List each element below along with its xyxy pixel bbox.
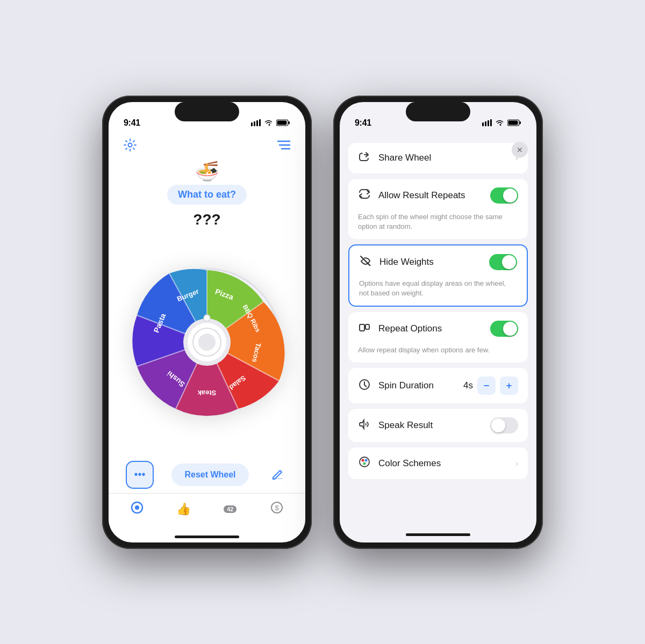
allow-repeats-toggle[interactable] (490, 187, 518, 204)
spinner-header: 🍜 What to eat? (109, 156, 305, 207)
wifi-icon-2 (495, 119, 504, 128)
status-time-1: 9:41 (124, 118, 140, 128)
phones-container: 9:41 (102, 96, 543, 549)
what-to-eat-bubble: What to eat? (167, 185, 247, 205)
menu-icon[interactable] (275, 136, 292, 154)
battery-icon-2 (507, 119, 521, 128)
spin-duration-icon (358, 379, 371, 393)
share-wheel-row[interactable]: Share Wheel › (348, 143, 528, 173)
tab-count-badge: 42 (224, 505, 236, 513)
svg-rect-2 (256, 120, 258, 126)
home-bar-1 (175, 536, 239, 538)
dynamic-island-1 (175, 102, 239, 121)
question-marks: ??? (109, 211, 305, 228)
tab-thumb[interactable]: 👍 (161, 502, 207, 516)
svg-text:$: $ (275, 504, 279, 512)
hide-weights-thumb (502, 255, 516, 269)
repeat-options-card: Repeat Options Allow repeat display when… (348, 312, 528, 363)
hide-weights-row: Hide Weights (349, 245, 527, 279)
allow-repeats-thumb (503, 189, 517, 202)
bottom-toolbar: ••• Reset Wheel (109, 454, 305, 493)
svg-rect-45 (508, 120, 518, 125)
phone-1: 9:41 (102, 96, 312, 549)
spin-duration-plus[interactable]: + (500, 377, 518, 395)
tab-dollar[interactable]: $ (254, 501, 300, 517)
settings-sheet: ✕ Share Wheel › (340, 134, 536, 532)
hide-weights-desc: Options have equal display areas on the … (349, 279, 527, 306)
battery-icon-1 (276, 119, 290, 128)
svg-rect-44 (520, 121, 521, 124)
share-wheel-label: Share Wheel (378, 153, 508, 163)
reset-wheel-button[interactable]: Reset Wheel (171, 464, 248, 486)
status-icons-1 (251, 119, 290, 128)
spin-duration-minus[interactable]: − (477, 377, 496, 395)
phone-2: 9:41 ✕ (333, 96, 543, 549)
svg-rect-6 (277, 120, 287, 125)
status-icons-2 (482, 119, 521, 128)
food-emoji: 🍜 (195, 160, 219, 183)
edit-button[interactable] (267, 464, 288, 486)
allow-repeats-row: Allow Result Repeats (348, 179, 528, 212)
phone1-content: 🍜 What to eat? ??? (109, 132, 305, 542)
repeat-options-icon (358, 322, 371, 336)
tab-count[interactable]: 42 (207, 505, 254, 513)
speak-result-icon (358, 418, 371, 433)
home-indicator-1 (109, 532, 305, 542)
svg-point-7 (128, 143, 132, 147)
svg-rect-3 (259, 119, 261, 126)
speak-result-toggle[interactable] (490, 417, 518, 433)
tab-spin-icon (130, 501, 144, 518)
svg-rect-40 (485, 121, 486, 126)
dots-button[interactable]: ••• (126, 461, 154, 489)
color-schemes-row[interactable]: Color Schemes › (348, 447, 528, 479)
svg-rect-5 (289, 121, 290, 124)
repeat-options-toggle[interactable] (490, 321, 518, 337)
svg-point-52 (365, 459, 368, 462)
speak-result-card: Speak Result (348, 409, 528, 442)
svg-point-33 (204, 315, 210, 321)
home-indicator-2 (340, 532, 536, 542)
speak-result-label: Speak Result (378, 420, 483, 431)
spin-duration-label: Spin Duration (378, 380, 456, 391)
hide-weights-icon (359, 255, 372, 269)
color-schemes-icon (358, 456, 371, 471)
svg-point-50 (360, 457, 369, 467)
tab-spin[interactable] (114, 501, 161, 518)
wifi-icon-1 (264, 119, 273, 128)
color-schemes-card: Color Schemes › (348, 447, 528, 479)
tab-dollar-icon: $ (270, 501, 283, 517)
svg-point-32 (198, 334, 216, 351)
signal-icon-1 (251, 119, 261, 128)
svg-text:Steak: Steak (197, 389, 216, 397)
spin-duration-card: Spin Duration 4s − + (348, 368, 528, 403)
share-wheel-card: Share Wheel › (348, 143, 528, 173)
phone2-content: ✕ Share Wheel › (340, 132, 536, 542)
sheet-close-button[interactable]: ✕ (512, 142, 528, 158)
allow-repeats-desc: Each spin of the wheel might choose the … (348, 212, 528, 239)
settings-icon[interactable] (121, 136, 139, 154)
hide-weights-toggle[interactable] (489, 254, 517, 270)
spin-duration-controls: 4s − + (463, 377, 518, 395)
tab-thumb-icon: 👍 (176, 502, 191, 516)
status-time-2: 9:41 (355, 118, 371, 128)
svg-point-36 (135, 505, 139, 510)
svg-rect-0 (251, 122, 253, 126)
wheel-wrapper: Pasta Burger Pizza BBQ Ribs Tacos Salad … (126, 262, 288, 423)
svg-point-53 (363, 462, 366, 465)
hide-weights-label: Hide Weights (379, 257, 482, 267)
svg-rect-41 (488, 120, 489, 126)
home-bar-2 (406, 533, 470, 536)
repeat-options-label: Repeat Options (378, 323, 483, 334)
svg-rect-34 (272, 478, 283, 479)
color-schemes-chevron: › (515, 459, 518, 468)
wheel-container[interactable]: Pasta Burger Pizza BBQ Ribs Tacos Salad … (109, 230, 305, 454)
allow-repeats-icon (358, 189, 371, 202)
color-schemes-label: Color Schemes (378, 458, 508, 469)
signal-icon-2 (482, 119, 492, 128)
hide-weights-card: Hide Weights Options have equal display … (348, 244, 528, 307)
allow-repeats-label: Allow Result Repeats (378, 190, 483, 201)
svg-rect-39 (482, 122, 484, 126)
spin-duration-row: Spin Duration 4s − + (348, 368, 528, 403)
repeat-options-row: Repeat Options (348, 312, 528, 345)
speak-result-row: Speak Result (348, 409, 528, 442)
